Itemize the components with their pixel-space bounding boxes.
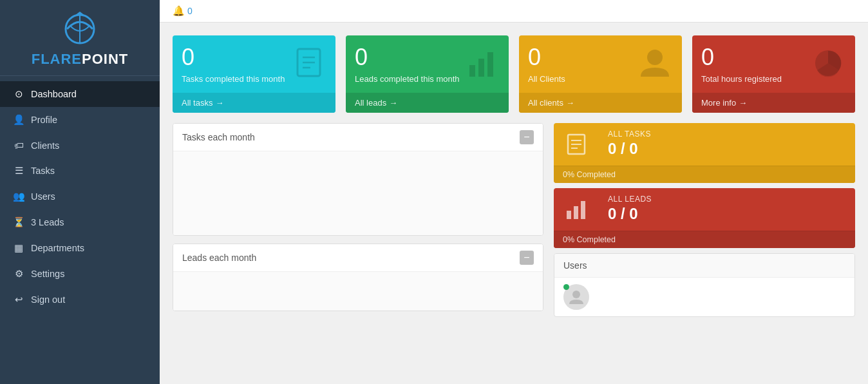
all-leads-footer: 0% Completed [554, 231, 855, 248]
clients-card-icon [637, 46, 673, 86]
logo-area: FLAREPOINT [0, 0, 160, 76]
all-leads-metric-inner: ALL LEADS 0 / 0 [554, 188, 855, 231]
sidebar-label-leads: 3 Leads [31, 217, 64, 227]
sidebar-item-signout[interactable]: ↩ Sign out [0, 287, 160, 312]
sidebar-item-departments[interactable]: ▦ Departments [0, 235, 160, 261]
sidebar-item-settings[interactable]: ⚙ Settings [0, 261, 160, 287]
logo-second: POINT [82, 51, 128, 67]
sidebar-item-leads[interactable]: ⏳ 3 Leads [0, 209, 160, 235]
all-leads-icon-area [554, 188, 599, 231]
leads-chart-box: Leads each month − [173, 244, 543, 311]
svg-rect-18 [581, 201, 585, 219]
svg-rect-16 [567, 211, 571, 219]
leads-footer-arrow: → [389, 98, 397, 108]
tasks-card-icon [291, 46, 326, 86]
topbar: 🔔 0 [160, 0, 868, 23]
stat-card-body-hours: 0 Total hours registered [692, 35, 855, 93]
sidebar-label-settings: Settings [31, 269, 64, 279]
tasks-footer-label: All tasks [182, 98, 212, 108]
tasks-label: Tasks completed this month [182, 74, 285, 84]
sidebar-item-tasks[interactable]: ☰ Tasks [0, 158, 160, 184]
sidebar-item-clients[interactable]: 🏷 Clients [0, 133, 160, 158]
leads-footer[interactable]: All leads → [346, 93, 509, 113]
right-col: ALL TASKS 0 / 0 0% Completed [554, 123, 855, 374]
leads-chart-title: Leads each month [182, 253, 256, 263]
sidebar-item-dashboard[interactable]: ⊙ Dashboard [0, 81, 160, 107]
all-leads-metric-content: ALL LEADS 0 / 0 [599, 188, 855, 231]
users-card-header: Users [554, 254, 854, 278]
stat-card-body-leads: 0 Leads completed this month [346, 35, 509, 93]
users-card-body [554, 278, 854, 316]
leads-label: Leads completed this month [355, 74, 460, 84]
stat-card-tasks: 0 Tasks completed this month All tasks → [173, 35, 335, 113]
svg-rect-8 [478, 59, 484, 77]
departments-icon: ▦ [13, 242, 24, 254]
dashboard-icon: ⊙ [13, 88, 24, 100]
svg-rect-9 [487, 52, 493, 77]
leads-card-icon [464, 46, 500, 86]
sidebar-label-departments: Departments [31, 243, 84, 253]
sidebar-nav: ⊙ Dashboard 👤 Profile 🏷 Clients ☰ Tasks … [0, 76, 160, 384]
clients-footer-arrow: → [566, 98, 574, 108]
sidebar-label-clients: Clients [31, 140, 59, 151]
leads-footer-label: All leads [355, 98, 386, 108]
stats-row: 0 Tasks completed this month All tasks → [160, 23, 868, 123]
users-icon: 👥 [13, 191, 24, 202]
profile-icon: 👤 [13, 114, 24, 126]
users-card-title: Users [563, 260, 587, 271]
hours-label: Total hours registered [701, 74, 782, 84]
tasks-number: 0 [182, 46, 285, 69]
leads-chart-collapse-btn[interactable]: − [520, 251, 534, 265]
users-card: Users [554, 253, 855, 317]
sidebar-label-users: Users [31, 191, 55, 202]
all-leads-title: ALL LEADS [608, 195, 846, 204]
clients-footer[interactable]: All clients → [519, 93, 682, 113]
clients-number: 0 [528, 46, 565, 69]
clients-label: All Clients [528, 74, 565, 84]
tasks-footer-arrow: → [215, 98, 223, 108]
svg-marker-2 [75, 12, 85, 15]
clients-footer-label: All clients [528, 98, 563, 108]
sidebar-label-profile: Profile [31, 115, 57, 125]
tasks-chart-title: Tasks each month [182, 132, 255, 142]
main-content: 🔔 0 0 Tasks completed this month [160, 0, 868, 384]
notification-bell[interactable]: 🔔 0 [173, 5, 193, 17]
tasks-footer[interactable]: All tasks → [173, 93, 335, 113]
all-tasks-footer: 0% Completed [554, 166, 855, 183]
leads-chart-body [173, 272, 543, 311]
leads-icon: ⏳ [13, 216, 24, 228]
svg-point-10 [647, 50, 663, 65]
stat-card-clients: 0 All Clients All clients → [519, 35, 682, 113]
online-indicator [563, 284, 569, 290]
tasks-chart-collapse-btn[interactable]: − [520, 130, 534, 144]
all-tasks-icon-area [554, 123, 599, 166]
tasks-chart-body [173, 151, 543, 235]
logo-text: FLAREPOINT [32, 51, 129, 68]
logo-first: FLARE [32, 51, 82, 67]
hours-footer-label: More info [701, 98, 736, 108]
stat-card-body-clients: 0 All Clients [519, 35, 682, 93]
tasks-icon: ☰ [13, 165, 24, 177]
all-tasks-title: ALL TASKS [608, 130, 846, 139]
all-tasks-value: 0 / 0 [608, 140, 846, 158]
bell-icon: 🔔 [173, 5, 185, 17]
sidebar-label-tasks: Tasks [31, 166, 55, 176]
stat-card-body-tasks: 0 Tasks completed this month [173, 35, 335, 93]
sidebar-item-users[interactable]: 👥 Users [0, 184, 160, 209]
hours-footer[interactable]: More info → [692, 93, 855, 113]
sidebar-label-signout: Sign out [31, 294, 65, 305]
bottom-row: Tasks each month − Leads each month − [160, 123, 868, 384]
svg-point-19 [572, 291, 580, 298]
svg-rect-7 [469, 65, 475, 77]
all-leads-metric-card: ALL LEADS 0 / 0 0% Completed [554, 188, 855, 248]
stat-card-leads: 0 Leads completed this month All leads → [346, 35, 509, 113]
clients-icon: 🏷 [13, 140, 24, 151]
sidebar-item-profile[interactable]: 👤 Profile [0, 107, 160, 133]
stat-card-hours: 0 Total hours registered More info → [692, 35, 855, 113]
signout-icon: ↩ [13, 294, 24, 305]
hours-number: 0 [701, 46, 782, 69]
sidebar: FLAREPOINT ⊙ Dashboard 👤 Profile 🏷 Clien… [0, 0, 160, 384]
leads-number: 0 [355, 46, 460, 69]
hours-card-icon [811, 46, 846, 86]
svg-rect-17 [574, 206, 578, 219]
